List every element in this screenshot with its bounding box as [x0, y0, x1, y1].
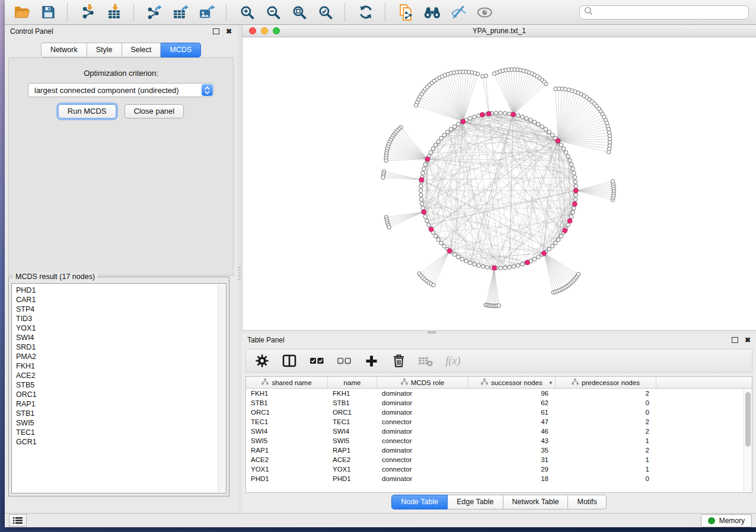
tab-network-table[interactable]: Network Table: [503, 495, 569, 509]
network-node[interactable]: [473, 262, 476, 266]
network-node[interactable]: [477, 264, 480, 267]
column-header-name[interactable]: name: [328, 377, 377, 388]
zoom-selected-icon[interactable]: [315, 3, 336, 22]
table-row[interactable]: PHD1PHD1dominator180: [246, 474, 744, 483]
network-satellite-node[interactable]: [432, 283, 435, 287]
mcds-result-item[interactable]: TEC1: [16, 428, 226, 437]
network-node[interactable]: [562, 147, 565, 150]
network-node[interactable]: [449, 127, 452, 131]
table-cell[interactable]: dominator: [377, 409, 468, 416]
mcds-result-item[interactable]: ORC1: [16, 390, 226, 399]
table-cell[interactable]: FKH1: [328, 390, 377, 397]
network-hub-node[interactable]: [563, 228, 567, 233]
network-satellite-node[interactable]: [481, 75, 484, 78]
table-cell[interactable]: PHD1: [328, 475, 377, 482]
network-node[interactable]: [571, 210, 575, 214]
network-node[interactable]: [431, 147, 435, 150]
network-satellite-node[interactable]: [497, 304, 500, 307]
zoom-fit-icon[interactable]: [289, 3, 310, 22]
tab-select[interactable]: Select: [122, 43, 161, 57]
column-header-successor-nodes[interactable]: successor nodes▾: [468, 377, 556, 388]
mcds-result-item[interactable]: TID3: [16, 314, 226, 323]
export-table-icon[interactable]: [171, 3, 191, 22]
import-network-icon[interactable]: [78, 3, 98, 22]
network-node[interactable]: [468, 117, 472, 120]
table-row[interactable]: ACE2ACE2connector311: [246, 455, 744, 464]
memory-button[interactable]: Memory: [701, 514, 752, 527]
network-node[interactable]: [421, 171, 425, 175]
close-panel-button[interactable]: Close panel: [125, 104, 184, 118]
first-neighbors-icon[interactable]: [422, 3, 442, 22]
network-hub-node[interactable]: [447, 248, 452, 253]
table-cell[interactable]: SWI5: [328, 437, 377, 444]
mcds-result-item[interactable]: PHD1: [16, 286, 226, 295]
table-cell[interactable]: dominator: [377, 475, 468, 482]
network-node[interactable]: [557, 238, 560, 241]
table-cell[interactable]: SWI5: [246, 437, 328, 444]
show-all-icon[interactable]: [474, 3, 495, 22]
table-scrollbar[interactable]: [744, 389, 752, 492]
table-cell[interactable]: 96: [468, 390, 556, 397]
network-node[interactable]: [460, 257, 464, 261]
network-node[interactable]: [550, 244, 554, 248]
vertical-splitter[interactable]: [237, 25, 242, 513]
table-cell[interactable]: dominator: [377, 399, 468, 406]
table-cell[interactable]: 0: [556, 475, 656, 482]
refresh-view-icon[interactable]: [356, 3, 376, 22]
tab-network[interactable]: Network: [41, 43, 87, 57]
network-node[interactable]: [559, 143, 563, 147]
table-row[interactable]: TEC1TEC1connector472: [246, 417, 744, 427]
column-header-MCDS-role[interactable]: MCDS role: [377, 377, 468, 388]
network-node[interactable]: [423, 163, 427, 166]
network-hub-node[interactable]: [480, 113, 484, 117]
table-cell[interactable]: connector: [377, 466, 468, 473]
network-satellite-node[interactable]: [414, 104, 418, 107]
hide-selected-icon[interactable]: [448, 3, 468, 22]
table-row[interactable]: STB1STB1dominator620: [246, 398, 744, 408]
import-table-icon[interactable]: [104, 3, 125, 22]
network-node[interactable]: [537, 122, 540, 126]
tab-node-table[interactable]: Node Table: [391, 495, 448, 509]
network-node[interactable]: [457, 255, 460, 259]
network-hub-node[interactable]: [567, 219, 572, 223]
window-close-light[interactable]: [249, 27, 256, 34]
network-node[interactable]: [521, 262, 524, 266]
tab-motifs[interactable]: Motifs: [568, 495, 606, 509]
select-all-icon[interactable]: [309, 353, 324, 368]
table-row[interactable]: YOX1YOX1connector291: [246, 464, 744, 474]
network-node[interactable]: [422, 167, 426, 171]
network-hub-node[interactable]: [511, 112, 516, 117]
close-panel-icon[interactable]: ✖: [226, 28, 232, 34]
mcds-result-item[interactable]: ACE2: [16, 371, 226, 380]
table-cell[interactable]: RAP1: [246, 447, 328, 454]
network-satellite-node[interactable]: [387, 226, 391, 229]
network-node[interactable]: [499, 266, 502, 270]
column-header-predecessor-nodes[interactable]: predecessor nodes: [556, 377, 656, 388]
open-file-icon[interactable]: [12, 3, 32, 22]
table-cell[interactable]: 0: [556, 399, 656, 406]
network-satellite-node[interactable]: [576, 273, 580, 276]
network-node[interactable]: [419, 193, 423, 197]
table-cell[interactable]: TEC1: [328, 418, 377, 425]
table-cell[interactable]: 46: [468, 428, 556, 435]
table-cell[interactable]: 31: [468, 456, 556, 463]
mcds-result-item[interactable]: FKH1: [16, 361, 226, 371]
network-node[interactable]: [464, 259, 468, 263]
table-cell[interactable]: 43: [468, 437, 556, 444]
network-node[interactable]: [425, 219, 429, 222]
export-network-icon[interactable]: [145, 3, 165, 22]
network-hub-node[interactable]: [422, 210, 426, 214]
network-satellite-node[interactable]: [492, 72, 496, 75]
mcds-result-item[interactable]: SWI4: [16, 333, 226, 342]
mcds-result-item[interactable]: STP4: [16, 305, 226, 314]
table-cell[interactable]: 0: [556, 409, 656, 416]
network-hub-node[interactable]: [573, 188, 578, 193]
network-node[interactable]: [439, 136, 443, 140]
table-cell[interactable]: dominator: [377, 447, 468, 454]
tab-edge-table[interactable]: Edge Table: [448, 495, 503, 509]
network-hub-node[interactable]: [487, 111, 492, 116]
table-cell[interactable]: ACE2: [246, 456, 328, 463]
network-node[interactable]: [566, 155, 570, 158]
network-node[interactable]: [457, 122, 460, 126]
network-node[interactable]: [574, 184, 578, 188]
